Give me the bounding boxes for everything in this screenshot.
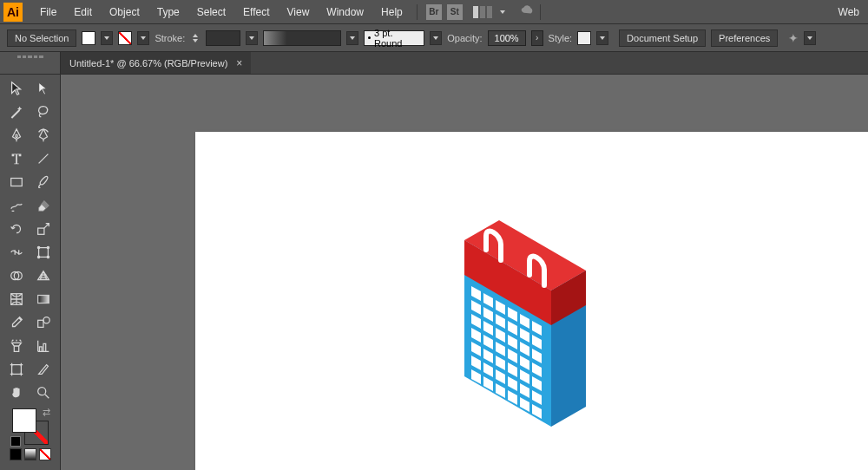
canvas-area[interactable] (61, 75, 868, 470)
eraser-tool-icon[interactable] (31, 195, 56, 216)
hand-tool-icon[interactable] (4, 382, 29, 403)
menu-object[interactable]: Object (101, 3, 148, 22)
svg-point-5 (37, 256, 39, 258)
gradient-tool-icon[interactable] (31, 289, 56, 310)
brush-dropdown[interactable] (346, 31, 358, 45)
zoom-tool-icon[interactable] (31, 382, 56, 403)
menu-type[interactable]: Type (148, 3, 188, 22)
column-graph-tool-icon[interactable] (31, 336, 56, 356)
toolbox-collapse-handle[interactable] (0, 52, 61, 74)
fill-color-icon[interactable] (12, 408, 36, 433)
swap-fill-stroke-icon[interactable]: ⇄ (43, 407, 50, 418)
separator (417, 4, 418, 20)
symbol-sprayer-tool-icon[interactable] (4, 336, 29, 356)
rectangle-tool-icon[interactable] (4, 172, 29, 193)
magic-wand-tool-icon[interactable] (4, 101, 29, 122)
color-mode-solid[interactable] (10, 448, 22, 460)
paintbrush-tool-icon[interactable] (31, 172, 56, 193)
style-label: Style: (549, 33, 573, 43)
shape-builder-tool-icon[interactable] (4, 265, 29, 286)
menu-select[interactable]: Select (188, 3, 234, 22)
color-mode-gradient[interactable] (24, 448, 36, 460)
control-bar: No Selection Stroke: 3 pt. Round Opacity… (0, 24, 868, 52)
menu-effect[interactable]: Effect (234, 3, 278, 22)
selection-tool-icon[interactable] (4, 78, 29, 99)
blend-tool-icon[interactable] (31, 312, 56, 333)
dock-icons: Br St (426, 4, 535, 20)
stroke-weight-dropdown[interactable] (246, 31, 258, 45)
style-swatch[interactable] (577, 31, 591, 45)
width-tool-icon[interactable] (4, 242, 29, 263)
fill-stroke-control[interactable]: ⇄ (12, 408, 49, 445)
app-icon: Ai (3, 3, 23, 22)
main-area: ⇄ (0, 75, 868, 470)
opacity-label: Opacity: (447, 33, 482, 43)
line-segment-tool-icon[interactable] (31, 148, 56, 169)
close-icon[interactable]: × (236, 57, 242, 69)
free-transform-tool-icon[interactable] (31, 242, 56, 263)
svg-point-4 (47, 246, 49, 248)
eyedropper-tool-icon[interactable] (4, 312, 29, 333)
document-tab[interactable]: Untitled-1* @ 66.67% (RGB/Preview) × (61, 52, 251, 74)
menu-edit[interactable]: Edit (65, 3, 101, 22)
separator (540, 4, 541, 20)
stock-icon[interactable]: St (447, 4, 463, 20)
variable-width-dropdown[interactable] (430, 31, 442, 45)
lasso-tool-icon[interactable] (31, 101, 56, 122)
svg-rect-11 (38, 320, 43, 327)
variable-width-label: 3 pt. Round (374, 28, 420, 49)
fill-swatch[interactable] (82, 31, 95, 45)
opacity-field[interactable]: 100% (488, 30, 526, 46)
type-tool-icon[interactable] (4, 148, 29, 169)
menu-bar: Ai File Edit Object Type Select Effect V… (0, 0, 868, 24)
svg-point-14 (38, 388, 46, 395)
mesh-tool-icon[interactable] (4, 289, 29, 310)
menu-window[interactable]: Window (318, 3, 372, 22)
toolbox: ⇄ (0, 75, 61, 470)
align-icon[interactable]: ✦ (788, 31, 799, 45)
arrange-documents-dropdown[interactable] (500, 10, 505, 14)
stroke-weight-stepper[interactable] (190, 31, 201, 45)
document-tab-title: Untitled-1* @ 66.67% (RGB/Preview) (69, 58, 227, 69)
svg-rect-0 (11, 179, 23, 186)
direct-selection-tool-icon[interactable] (31, 78, 56, 99)
artboard[interactable] (195, 132, 868, 470)
fill-dropdown[interactable] (101, 31, 113, 45)
stroke-dropdown[interactable] (137, 31, 149, 45)
svg-point-3 (37, 246, 39, 248)
opacity-dropdown[interactable]: › (531, 30, 543, 46)
color-mode-none[interactable] (39, 448, 51, 460)
style-dropdown[interactable] (596, 31, 608, 45)
preferences-button[interactable]: Preferences (711, 29, 778, 47)
brush-definition-field[interactable] (263, 30, 341, 46)
color-modes (10, 448, 51, 460)
sync-icon[interactable] (519, 4, 535, 19)
menu-help[interactable]: Help (372, 3, 411, 22)
rotate-tool-icon[interactable] (4, 219, 29, 239)
scale-tool-icon[interactable] (31, 219, 56, 239)
align-dropdown[interactable] (804, 31, 816, 45)
artboard-tool-icon[interactable] (4, 359, 29, 380)
svg-point-6 (47, 256, 49, 258)
document-tab-bar: Untitled-1* @ 66.67% (RGB/Preview) × (0, 52, 868, 75)
menu-file[interactable]: File (31, 3, 65, 22)
svg-rect-2 (39, 248, 49, 258)
default-fill-stroke-icon[interactable] (10, 436, 21, 447)
stroke-label: Stroke: (155, 33, 185, 43)
pen-tool-icon[interactable] (4, 125, 29, 146)
perspective-grid-tool-icon[interactable] (31, 265, 56, 286)
variable-width-profile[interactable]: 3 pt. Round (364, 30, 424, 46)
bridge-icon[interactable]: Br (426, 4, 442, 20)
workspace-web[interactable]: Web (830, 3, 868, 22)
selection-state[interactable]: No Selection (7, 29, 76, 47)
document-setup-button[interactable]: Document Setup (619, 29, 706, 47)
shaper-tool-icon[interactable] (4, 195, 29, 216)
stroke-swatch[interactable] (118, 31, 132, 45)
artwork-calendar-isometric (456, 175, 647, 435)
curvature-tool-icon[interactable] (31, 125, 56, 146)
svg-point-12 (43, 317, 49, 323)
slice-tool-icon[interactable] (31, 359, 56, 380)
stroke-weight-field[interactable] (206, 30, 240, 46)
menu-view[interactable]: View (279, 3, 319, 22)
arrange-documents-icon[interactable] (473, 6, 492, 18)
